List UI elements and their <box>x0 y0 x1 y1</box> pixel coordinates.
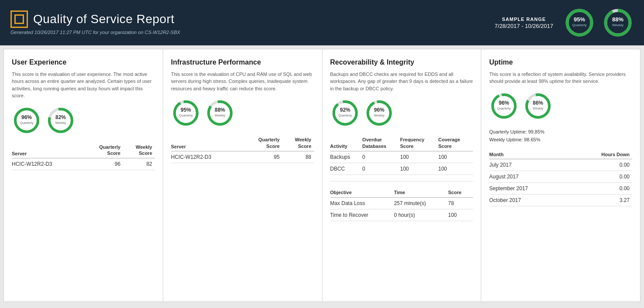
uptime-weekly-donut: 86% Weekly <box>523 91 553 121</box>
recov-divider <box>330 181 473 181</box>
uptime-hoursdown-august: 0.00 <box>571 171 632 183</box>
header-title: Quality of Service Report <box>10 10 180 28</box>
recov-time-timetorecover: 0 hour(s) <box>394 209 448 221</box>
uptime-hoursdown-july: 0.00 <box>571 159 632 171</box>
uptime-gauges: 96% Quarterly 86% Weekly <box>489 91 632 121</box>
svg-point-1 <box>567 10 592 35</box>
uptime-month-october: October 2017 <box>489 195 571 206</box>
infra-th-quarterly: QuarterlyScore <box>243 135 282 151</box>
recov-weekly-donut: 96% Weekly <box>364 98 394 128</box>
infra-quarterly-donut: 95% Quarterly <box>171 98 201 128</box>
svg-text:95%: 95% <box>181 107 191 113</box>
header-quarterly-gauge: 95% Quarterly <box>564 7 595 38</box>
svg-text:Weekly: Weekly <box>55 121 66 125</box>
quarterly-uptime-text: Quarterly Uptime: 99.85% <box>489 128 632 136</box>
header-weekly-pct: 88% <box>612 16 623 23</box>
recov-time-maxdataloss: 257 minute(s) <box>394 198 448 209</box>
recov-cov-backups: 100 <box>438 151 473 163</box>
weekly-donut-svg: 88% Weekly <box>602 7 634 38</box>
table-row: HCIC-W12R2-D3 96 82 <box>12 158 155 170</box>
infra-weekly-val: 88 <box>282 151 314 163</box>
table-row: Max Data Loss 257 minute(s) 78 <box>330 198 473 209</box>
table-row: Backups 0 100 100 <box>330 151 473 163</box>
uptime-month-september: September 2017 <box>489 183 571 195</box>
uptime-th-month: Month <box>489 150 571 159</box>
svg-text:96%: 96% <box>499 100 509 106</box>
quarterly-donut-svg: 95% Quarterly <box>564 7 595 38</box>
report-subtitle: Generated 10/26/2017 11:27 PM UTC for yo… <box>10 30 180 35</box>
recov-th-overdue: OverdueDatabases <box>362 135 400 151</box>
infra-title: Infrastructure Performance <box>171 58 314 67</box>
header-weekly-lbl: Weekly <box>612 23 623 27</box>
header: Quality of Service Report Generated 10/2… <box>0 0 644 45</box>
uptime-hoursdown-september: 0.00 <box>571 183 632 195</box>
svg-text:Quarterly: Quarterly <box>338 113 352 117</box>
svg-point-29 <box>493 95 515 117</box>
ue-quarterly-donut: 96% Quarterly <box>12 106 41 135</box>
svg-text:Weekly: Weekly <box>215 113 226 117</box>
ue-quarterly-val: 96 <box>83 158 123 170</box>
header-weekly-gauge: 88% Weekly <box>602 7 634 38</box>
infra-th-weekly: WeeklyScore <box>282 135 314 151</box>
ue-th-quarterly: QuarterlyScore <box>83 142 123 158</box>
ue-desc: This score is the evaluation of user exp… <box>12 71 155 99</box>
recov-cov-dbcc: 100 <box>438 163 473 175</box>
sample-range-dates: 7/28/2017 - 10/26/2017 <box>495 23 553 29</box>
svg-text:Weekly: Weekly <box>373 113 384 117</box>
uptime-stats: Quarterly Uptime: 99.85% Weekly Uptime: … <box>489 128 632 144</box>
ue-weekly-donut: 82% Weekly <box>46 106 75 135</box>
recov-title: Recoverability & Integrity <box>330 58 473 67</box>
recov-freq-dbcc: 100 <box>400 163 438 175</box>
recov-activity-backups: Backups <box>330 151 363 163</box>
recov-gauges: 92% Quarterly 96% Weekly <box>330 98 473 128</box>
recov-th-time: Time <box>394 188 448 198</box>
recov-score-maxdataloss: 78 <box>448 198 473 209</box>
svg-point-3 <box>606 10 630 35</box>
svg-text:88%: 88% <box>215 107 225 113</box>
table-row: DBCC 0 100 100 <box>330 163 473 175</box>
table-row: August 2017 0.00 <box>489 171 632 183</box>
recov-activity-dbcc: DBCC <box>330 163 363 175</box>
uptime-title: Uptime <box>489 58 632 67</box>
table-row: Time to Recover 0 hour(s) 100 <box>330 209 473 221</box>
table-row: October 2017 3.27 <box>489 195 632 206</box>
infra-quarterly-val: 95 <box>243 151 282 163</box>
table-row: HCIC-W12R2-D3 95 88 <box>171 151 314 163</box>
recov-overdue-backups: 0 <box>362 151 400 163</box>
uptime-quarterly-donut: 96% Quarterly <box>489 91 519 121</box>
header-gauges: 95% Quarterly 88% Weekly <box>564 7 634 38</box>
recov-th-score: Score <box>448 188 473 198</box>
recov-th-objective: Objective <box>330 188 394 198</box>
recov-desc: Backups and DBCC checks are required for… <box>330 71 473 92</box>
uptime-table: Month Hours Down July 2017 0.00 August 2… <box>489 150 632 206</box>
ue-table: Server QuarterlyScore WeeklyScore HCIC-W… <box>12 142 155 171</box>
svg-text:96%: 96% <box>373 107 384 113</box>
ue-gauges: 96% Quarterly 82% Weekly <box>12 106 155 135</box>
header-quarterly-lbl: Quarterly <box>572 23 587 27</box>
ue-server-name: HCIC-W12R2-D3 <box>12 158 83 170</box>
table-row: July 2017 0.00 <box>489 159 632 171</box>
svg-point-25 <box>368 102 391 124</box>
svg-text:Weekly: Weekly <box>533 106 544 110</box>
svg-point-21 <box>334 102 356 124</box>
uptime-section: Uptime This score is a reflection of sys… <box>481 49 640 301</box>
ue-weekly-val: 82 <box>123 158 155 170</box>
uptime-hoursdown-october: 3.27 <box>571 195 632 206</box>
recov-quarterly-donut: 92% Quarterly <box>330 98 360 128</box>
ue-th-weekly: WeeklyScore <box>123 142 155 158</box>
header-quarterly-pct: 95% <box>574 16 585 23</box>
logo-icon <box>10 10 28 28</box>
ue-th-server: Server <box>12 142 83 158</box>
infra-th-server: Server <box>171 135 243 151</box>
svg-point-5 <box>15 109 38 132</box>
infra-desc: This score is the evaluation of CPU and … <box>171 71 314 92</box>
report-title: Quality of Service Report <box>33 12 175 26</box>
svg-text:86%: 86% <box>533 100 543 106</box>
infra-server-name: HCIC-W12R2-D3 <box>171 151 243 163</box>
svg-text:Quarterly: Quarterly <box>20 121 34 125</box>
recov-obj-timetorecover: Time to Recover <box>330 209 394 221</box>
uptime-th-hoursdown: Hours Down <box>571 150 632 159</box>
svg-text:82%: 82% <box>55 114 66 120</box>
recov-objective-table: Objective Time Score Max Data Loss 257 m… <box>330 188 473 221</box>
ue-title: User Experience <box>12 58 155 67</box>
